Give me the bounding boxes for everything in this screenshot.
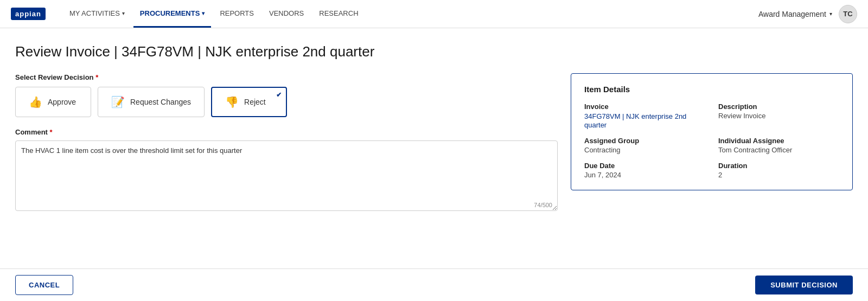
decision-options: 👍 Approve 📝 Request Changes 👎 Reject [15, 87, 558, 117]
nav-item-procurements[interactable]: PROCUREMENTS ▾ [133, 1, 212, 28]
right-panel: Item Details Invoice 34FG78VM | NJK ente… [571, 73, 853, 213]
individual-assignee-value: Tom Contracting Officer [718, 146, 839, 154]
main-layout: Select Review Decision * 👍 Approve 📝 Req… [15, 73, 853, 213]
duration-value: 2 [718, 171, 839, 179]
comment-wrapper: 74/500 [15, 140, 558, 213]
description-label: Description [718, 103, 839, 111]
invoice-value[interactable]: 34FG78VM | NJK enterprise 2nd quarter [584, 112, 686, 129]
top-navigation: appian MY ACTIVITIES ▾ PROCUREMENTS ▾ RE… [0, 0, 868, 28]
award-management-menu[interactable]: Award Management ▾ [758, 10, 832, 18]
invoice-field: Invoice 34FG78VM | NJK enterprise 2nd qu… [584, 103, 705, 129]
duration-label: Duration [718, 162, 839, 170]
description-value: Review Invoice [718, 112, 839, 120]
select-review-label: Select Review Decision * [15, 73, 558, 81]
due-date-label: Due Date [584, 162, 705, 170]
comment-label: Comment * [15, 128, 558, 136]
description-field: Description Review Invoice [718, 103, 839, 129]
appian-logo[interactable]: appian [11, 8, 46, 20]
required-star: * [95, 73, 98, 81]
footer-bar: CANCEL SUBMIT DECISION [0, 268, 868, 301]
nav-item-vendors[interactable]: VENDORS [263, 1, 310, 28]
thumbs-down-icon: 👎 [225, 95, 239, 108]
cancel-button[interactable]: CANCEL [15, 275, 73, 295]
thumbs-up-icon: 👍 [29, 95, 42, 108]
nav-right: Award Management ▾ TC [758, 5, 857, 23]
reject-button[interactable]: 👎 Reject [211, 87, 287, 117]
left-panel: Select Review Decision * 👍 Approve 📝 Req… [15, 73, 558, 213]
individual-assignee-label: Individual Assignee [718, 137, 839, 145]
nav-item-reports[interactable]: REPORTS [213, 1, 260, 28]
chevron-down-icon: ▾ [202, 10, 205, 16]
invoice-label: Invoice [584, 103, 705, 111]
due-date-value: Jun 7, 2024 [584, 171, 705, 179]
item-details-title: Item Details [584, 85, 839, 94]
chevron-down-icon: ▾ [122, 10, 125, 16]
page-content: Review Invoice | 34FG78VM | NJK enterpri… [0, 28, 868, 268]
assigned-group-label: Assigned Group [584, 137, 705, 145]
logo-text: appian [11, 8, 46, 20]
comment-textarea[interactable] [15, 140, 558, 211]
approve-button[interactable]: 👍 Approve [15, 87, 91, 117]
details-grid: Invoice 34FG78VM | NJK enterprise 2nd qu… [584, 103, 839, 179]
nav-items: MY ACTIVITIES ▾ PROCUREMENTS ▾ REPORTS V… [63, 1, 758, 28]
user-avatar[interactable]: TC [839, 5, 857, 23]
nav-item-research[interactable]: RESEARCH [312, 1, 365, 28]
chevron-down-icon: ▾ [829, 11, 832, 17]
nav-item-my-activities[interactable]: MY ACTIVITIES ▾ [63, 1, 131, 28]
submit-decision-button[interactable]: SUBMIT DECISION [755, 276, 853, 294]
edit-icon: 📝 [111, 95, 125, 108]
required-star: * [50, 128, 53, 136]
request-changes-button[interactable]: 📝 Request Changes [98, 87, 205, 117]
assigned-group-field: Assigned Group Contracting [584, 137, 705, 154]
item-details-card: Item Details Invoice 34FG78VM | NJK ente… [571, 73, 853, 190]
duration-field: Duration 2 [718, 162, 839, 179]
due-date-field: Due Date Jun 7, 2024 [584, 162, 705, 179]
individual-assignee-field: Individual Assignee Tom Contracting Offi… [718, 137, 839, 154]
assigned-group-value: Contracting [584, 146, 705, 154]
page-title: Review Invoice | 34FG78VM | NJK enterpri… [15, 43, 853, 60]
char-count: 74/500 [534, 202, 552, 208]
